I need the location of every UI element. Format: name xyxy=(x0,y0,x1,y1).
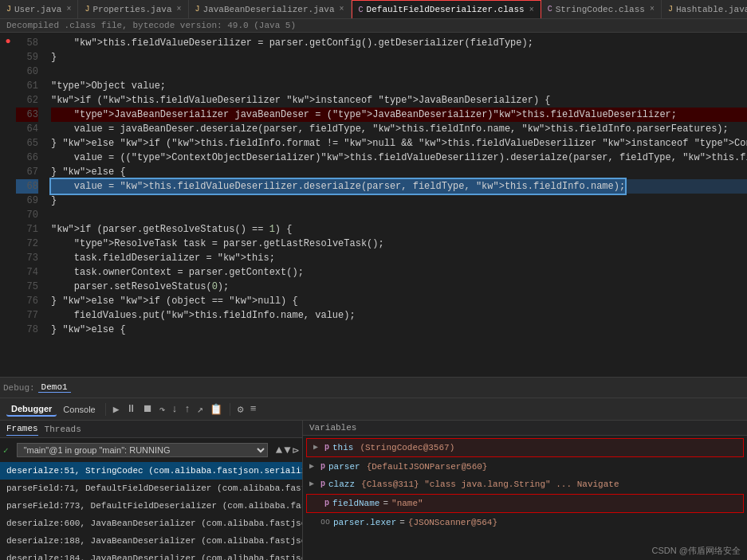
toolbar-stepout-icon[interactable]: ↑ xyxy=(182,403,193,415)
tab-stringcodec[interactable]: C StringCodec.class × xyxy=(541,0,662,18)
variable-item-var-lexer[interactable]: ooparser.lexer = {JSONScanner@564} xyxy=(303,514,747,531)
code-line-65: } "kw">else "kw">if ("kw">this.fieldInfo… xyxy=(51,136,747,151)
thread-arrow-up[interactable]: ▲ xyxy=(276,444,282,456)
code-line-77: fieldValues.put("kw">this.fieldInfo.name… xyxy=(51,308,747,323)
debug-title-bar: Debug: Demo1 xyxy=(0,378,747,398)
code-line-73: task.fieldDeserializer = "kw">this; xyxy=(51,251,747,265)
tab-close-user-java[interactable]: × xyxy=(66,5,71,14)
var-type-icon-var-lexer: oo xyxy=(320,515,330,530)
tab-label-hashtable: Hashtable.java xyxy=(676,5,747,14)
tab-hashtable[interactable]: J Hashtable.java × xyxy=(662,0,747,18)
frames-header: Frames Threads xyxy=(0,421,302,438)
variables-list: ▶pthis (StringCodec@3567)▶pparser {Defau… xyxy=(303,436,747,560)
toolbar-eval-icon[interactable]: 📋 xyxy=(207,403,225,416)
tab-label-javabeandeserializer: JavaBeanDeserializer.java xyxy=(203,5,335,14)
var-value-var-fieldname: "name" xyxy=(391,496,423,511)
tab-icon-user-java: J xyxy=(6,5,11,14)
tab-defaultfielddeserializer[interactable]: C DefaultFieldDeserializer.class × xyxy=(352,0,541,18)
frames-panel: Frames Threads ✓ "main"@1 in group "main… xyxy=(0,421,303,560)
var-value-var-parser: {DefaultJSONParser@560} xyxy=(367,460,488,474)
code-line-71: "kw">if (parser.getResolveStatus() == 1)… xyxy=(51,222,747,237)
var-expand-icon-var-parser[interactable]: ▶ xyxy=(309,460,317,474)
code-line-61: "type">Object value; xyxy=(51,79,747,93)
var-expand-icon-var-this[interactable]: ▶ xyxy=(313,441,321,455)
code-line-78: } "kw">else { xyxy=(51,323,747,337)
debugger-tab-btn[interactable]: Debugger xyxy=(6,402,57,417)
frames-list: deserialze:51, StringCodec (com.alibaba.… xyxy=(0,462,302,560)
var-name-var-this: this xyxy=(332,441,353,455)
frame-item-4[interactable]: deserialze:188, JavaBeanDeserializer (co… xyxy=(0,532,302,550)
frames-tab-threads[interactable]: Threads xyxy=(45,423,81,436)
tab-label-stringcodec: StringCodec.class xyxy=(556,5,645,14)
toolbar-resume-icon[interactable]: ▶ xyxy=(111,403,122,416)
variable-item-var-fieldname[interactable]: pfieldName = "name" xyxy=(306,494,744,513)
tab-label-properties: Properties.java xyxy=(92,5,171,14)
code-line-69: } xyxy=(51,194,747,208)
code-line-59: } xyxy=(51,50,747,65)
debug-toolbar: Debugger Console ▶ ⏸ ⏹ ↷ ↓ ↑ ↗ 📋 ⚙ ≡ xyxy=(0,398,747,421)
var-type-icon-var-fieldname: p xyxy=(324,496,329,511)
thread-arrow-down[interactable]: ▼ xyxy=(284,444,290,456)
var-value-var-clazz: {Class@311} "class java.lang.String" ...… xyxy=(361,477,619,491)
code-line-67: } "kw">else { xyxy=(51,165,747,179)
frame-item-5[interactable]: deserialze:184, JavaBeanDeserializer (co… xyxy=(0,550,302,560)
var-name-var-clazz: clazz xyxy=(328,477,355,491)
frame-item-0[interactable]: deserialze:51, StringCodec (com.alibaba.… xyxy=(0,462,302,480)
toolbar-stepinto-icon[interactable]: ↓ xyxy=(169,403,180,415)
tab-label-defaultfielddeserializer: DefaultFieldDeserializer.class xyxy=(367,5,525,14)
frame-item-3[interactable]: deserialze:600, JavaBeanDeserializer (co… xyxy=(0,515,302,532)
code-content[interactable]: "kw">this.fieldValueDeserilizer = parser… xyxy=(45,33,747,377)
breakpoint-icon: ● xyxy=(5,36,10,47)
debug-panel: Debug: Demo1 Debugger Console ▶ ⏸ ⏹ ↷ ↓ … xyxy=(0,377,747,560)
var-name-var-lexer: parser.lexer xyxy=(333,515,396,530)
tab-icon-defaultfielddeserializer: C xyxy=(359,6,364,14)
tab-icon-stringcodec: C xyxy=(548,5,552,14)
var-name-var-fieldname: fieldName xyxy=(332,496,379,511)
console-tab-btn[interactable]: Console xyxy=(58,403,100,416)
toolbar-run-cursor-icon[interactable]: ↗ xyxy=(195,403,206,416)
variables-header: Variables xyxy=(303,421,747,436)
check-icon: ✓ xyxy=(3,445,9,456)
code-line-74: task.ownerContext = parser.getContext(); xyxy=(51,265,747,280)
toolbar-stop-icon[interactable]: ⏹ xyxy=(140,403,155,415)
frames-tab-frames[interactable]: Frames xyxy=(6,422,38,436)
variable-item-var-parser[interactable]: ▶pparser {DefaultJSONParser@560} xyxy=(303,458,747,476)
tab-close-javabeandeserializer[interactable]: × xyxy=(340,5,344,14)
var-type-icon-var-this: p xyxy=(324,441,329,455)
variable-item-var-this[interactable]: ▶pthis (StringCodec@3567) xyxy=(306,438,744,457)
tab-close-stringcodec[interactable]: × xyxy=(650,5,655,14)
code-line-58: "kw">this.fieldValueDeserilizer = parser… xyxy=(51,36,747,50)
code-line-63: "type">JavaBeanDeserializer javaBeanDese… xyxy=(51,108,747,122)
debug-content: Frames Threads ✓ "main"@1 in group "main… xyxy=(0,421,747,560)
frame-item-2[interactable]: parseField:773, DefaultFieldDeserializer… xyxy=(0,497,302,515)
code-line-64: value = javaBeanDeser.deserialze(parser,… xyxy=(51,122,747,136)
toolbar-separator-2 xyxy=(230,403,230,416)
toolbar-more-icon[interactable]: ≡ xyxy=(248,403,259,415)
variable-item-var-clazz[interactable]: ▶pclazz {Class@311} "class java.lang.Str… xyxy=(303,476,747,493)
var-value-var-lexer: {JSONScanner@564} xyxy=(408,515,497,530)
code-line-68: value = "kw">this.fieldValueDeserilizer.… xyxy=(51,179,747,194)
tab-close-defaultfielddeserializer[interactable]: × xyxy=(529,6,534,14)
info-bar: Decompiled .class file, bytecode version… xyxy=(0,19,747,33)
frame-item-1[interactable]: parseField:71, DefaultFieldDeserializer … xyxy=(0,480,302,497)
code-line-62: "kw">if ("kw">this.fieldValueDeserilizer… xyxy=(51,93,747,108)
thread-arrow-right[interactable]: ⊳ xyxy=(293,444,299,457)
debug-session-tab[interactable]: Demo1 xyxy=(38,382,71,393)
tab-javabeandeserializer[interactable]: J JavaBeanDeserializer.java × xyxy=(189,0,352,18)
tab-close-properties[interactable]: × xyxy=(177,5,182,14)
tab-icon-properties: J xyxy=(85,5,89,14)
tab-user-java[interactable]: J User.java × xyxy=(0,0,78,18)
thread-dropdown[interactable]: "main"@1 in group "main": RUNNING xyxy=(17,443,268,457)
line-numbers: 5859606162636465666768697071727374757677… xyxy=(16,33,45,377)
tab-properties-java[interactable]: J Properties.java × xyxy=(78,0,188,18)
watermark: CSDN @伟盾网络安全 xyxy=(652,545,741,557)
toolbar-settings-icon[interactable]: ⚙ xyxy=(235,403,246,416)
tab-icon-hashtable: J xyxy=(668,5,673,14)
toolbar-stepover-icon[interactable]: ↷ xyxy=(157,403,168,416)
tab-label-user-java: User.java xyxy=(14,5,61,14)
toolbar-pause-icon[interactable]: ⏸ xyxy=(124,403,139,415)
var-expand-icon-var-clazz[interactable]: ▶ xyxy=(309,477,317,491)
var-type-icon-var-parser: p xyxy=(320,460,325,474)
code-line-66: value = (("type">ContextObjectDeserializ… xyxy=(51,151,747,165)
code-line-60 xyxy=(51,65,747,79)
